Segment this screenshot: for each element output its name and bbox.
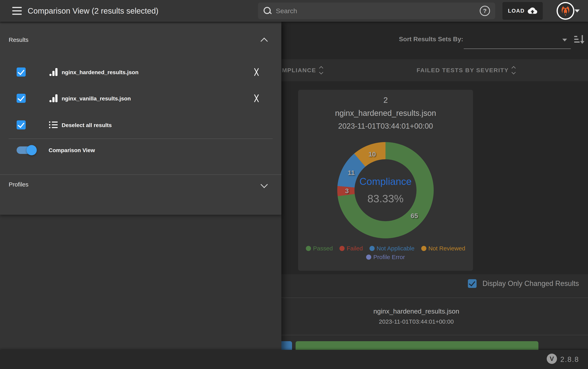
profiles-section-header[interactable]: Profiles bbox=[9, 181, 29, 188]
collapse-results-chevron-up-icon[interactable] bbox=[261, 38, 268, 45]
segment-value-label: 11 bbox=[348, 169, 355, 176]
result-file-label: nginx_vanilla_results.json bbox=[62, 96, 131, 102]
bar-chart-icon bbox=[49, 68, 58, 76]
chart-legend: Passed Failed Not Applicable Not Reviewe… bbox=[298, 245, 473, 260]
failed-dot-icon bbox=[339, 246, 345, 251]
result-checkbox[interactable] bbox=[17, 94, 26, 103]
avatar-menu-caret-icon[interactable] bbox=[575, 10, 580, 12]
search-icon bbox=[263, 7, 272, 15]
version-number: 2.8.8 bbox=[560, 350, 579, 369]
legend-item-passed[interactable]: Passed bbox=[306, 245, 333, 252]
bar-chart-icon bbox=[49, 94, 58, 103]
sort-results-label: Sort Results Sets By: bbox=[399, 36, 463, 43]
not-applicable-dot-icon bbox=[369, 246, 375, 251]
comparison-view-toggle-label: Comparison View bbox=[49, 147, 95, 153]
result-row-hardened[interactable]: nginx_hardened_results.json bbox=[0, 62, 281, 82]
result-row-vanilla[interactable]: nginx_vanilla_results.json bbox=[0, 88, 281, 108]
version-icon[interactable]: V bbox=[547, 354, 557, 364]
divider bbox=[0, 174, 281, 175]
profile-error-dot-icon bbox=[366, 255, 371, 260]
sort-select-caret-icon[interactable] bbox=[562, 39, 567, 41]
status-bar-passed bbox=[295, 341, 538, 350]
heimdall-helmet-logo-icon bbox=[560, 6, 571, 16]
column-header-failed-tests[interactable]: FAILED TESTS BY SEVERITY bbox=[407, 59, 525, 81]
deselect-all-row[interactable]: Deselect all results bbox=[0, 115, 281, 135]
deselect-all-label: Deselect all results bbox=[62, 122, 112, 129]
legend-item-profile-error[interactable]: Profile Error bbox=[366, 254, 405, 260]
remove-result-close-icon[interactable] bbox=[252, 68, 261, 77]
result-set-card: 2 nginx_hardened_results.json 2023-11-01… bbox=[298, 90, 473, 271]
search-bar[interactable]: ? bbox=[258, 3, 495, 19]
legend-label: Profile Error bbox=[373, 254, 405, 260]
result-checkbox[interactable] bbox=[17, 68, 26, 77]
legend-label: Not Reviewed bbox=[428, 245, 465, 252]
result-count: 2 bbox=[298, 96, 473, 105]
legend-item-failed[interactable]: Failed bbox=[339, 245, 363, 252]
segment-value-label: 3 bbox=[345, 187, 349, 195]
footer-bar bbox=[0, 350, 588, 369]
failed-tests-header-label: FAILED TESTS BY SEVERITY bbox=[417, 67, 509, 74]
donut-center-value: 83.33% bbox=[367, 192, 403, 205]
avatar-ring bbox=[558, 3, 573, 19]
donut-center-label: Compliance bbox=[359, 176, 411, 187]
display-only-label: Display Only Changed Results bbox=[483, 279, 579, 288]
list-icon bbox=[49, 121, 58, 129]
expand-profiles-chevron-down-icon[interactable] bbox=[261, 181, 268, 188]
result-timestamp: 2023-11-01T03:44:01+00:00 bbox=[298, 122, 473, 130]
donut-center: Compliance 83.33% bbox=[355, 159, 417, 221]
menu-hamburger-icon[interactable] bbox=[12, 7, 22, 15]
comparison-view-toggle[interactable] bbox=[17, 146, 36, 154]
help-icon[interactable]: ? bbox=[480, 6, 490, 16]
remove-result-close-icon[interactable] bbox=[252, 94, 261, 103]
load-button[interactable]: LOAD bbox=[503, 2, 543, 20]
display-only-checkbox[interactable] bbox=[468, 279, 477, 288]
sort-direction-icon[interactable] bbox=[573, 34, 584, 45]
bottom-result-timestamp: 2023-11-01T03:44:01+00:00 bbox=[281, 318, 551, 325]
bottom-result-heading: nginx_hardened_results.json 2023-11-01T0… bbox=[281, 308, 551, 325]
passed-dot-icon bbox=[306, 246, 311, 251]
result-file-label: nginx_hardened_results.json bbox=[62, 69, 138, 76]
navigation-drawer: Results nginx_hardened_results.json ngin… bbox=[0, 22, 281, 369]
result-filename: nginx_hardened_results.json bbox=[298, 109, 473, 118]
segment-value-label: 65 bbox=[410, 212, 418, 220]
not-reviewed-dot-icon bbox=[421, 246, 426, 251]
drawer-panels: Results nginx_hardened_results.json ngin… bbox=[0, 23, 281, 215]
legend-item-not-reviewed[interactable]: Not Reviewed bbox=[421, 245, 465, 252]
load-button-label: LOAD bbox=[508, 8, 525, 14]
sort-chevrons-icon bbox=[320, 67, 323, 74]
legend-item-not-applicable[interactable]: Not Applicable bbox=[369, 245, 415, 252]
legend-label: Not Applicable bbox=[377, 245, 415, 252]
divider bbox=[9, 139, 273, 139]
toggle-thumb bbox=[26, 145, 37, 155]
results-section-header[interactable]: Results bbox=[9, 37, 29, 43]
sort-chevrons-icon bbox=[512, 67, 515, 74]
bottom-result-filename: nginx_hardened_results.json bbox=[281, 308, 551, 315]
segment-value-label: 10 bbox=[368, 150, 376, 158]
deselect-all-checkbox[interactable] bbox=[17, 120, 26, 130]
cloud-upload-icon bbox=[528, 7, 537, 15]
search-input[interactable] bbox=[275, 7, 480, 15]
avatar[interactable] bbox=[556, 2, 574, 20]
display-only-changed-results: Display Only Changed Results bbox=[468, 279, 579, 288]
legend-label: Failed bbox=[346, 245, 363, 252]
compliance-donut-chart[interactable]: Compliance 83.33% 6531110 bbox=[337, 142, 434, 238]
top-app-bar: Comparison View (2 results selected) ? L… bbox=[0, 0, 588, 22]
sort-select[interactable] bbox=[464, 49, 571, 49]
legend-label: Passed bbox=[313, 245, 333, 252]
page-title: Comparison View (2 results selected) bbox=[28, 0, 158, 22]
